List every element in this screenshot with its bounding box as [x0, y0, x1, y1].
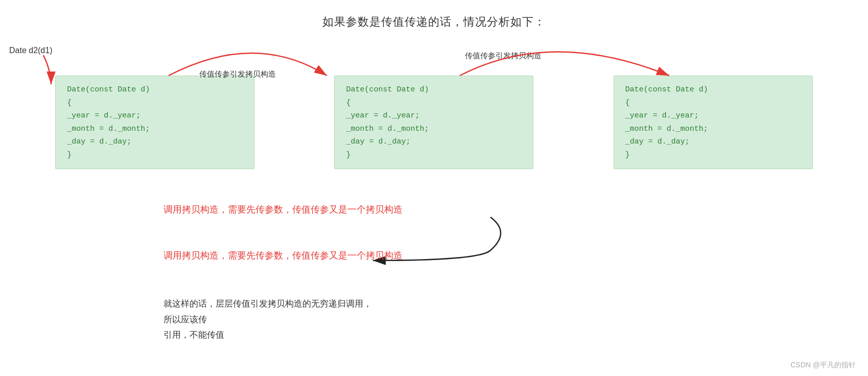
arrow-label-left: 传值传参引发拷贝构造: [199, 69, 276, 79]
conclusion-line1: 就这样的话，层层传值引发拷贝构造的无穷递归调用，所以应该传: [163, 296, 378, 327]
code-line-5b: _day = d._day;: [346, 135, 522, 149]
code-label: Date d2(d1): [9, 46, 53, 55]
code-line-4: _month = d._month;: [67, 123, 243, 136]
conclusion-line2: 引用，不能传值: [163, 327, 378, 343]
code-line-3: _year = d._year;: [67, 109, 243, 123]
recursive-label-bottom: 调用拷贝构造，需要先传参数，传值传参又是一个拷贝构造: [163, 249, 403, 262]
conclusion-text: 就这样的话，层层传值引发拷贝构造的无穷递归调用，所以应该传 引用，不能传值: [163, 296, 378, 343]
code-line-3c: _year = d._year;: [625, 109, 801, 123]
code-box-2: Date(const Date d) { _year = d._year; _m…: [334, 76, 533, 169]
code-line-1: Date(const Date d): [67, 83, 243, 97]
code-line-4b: _month = d._month;: [346, 123, 522, 136]
code-line-2c: {: [625, 97, 801, 110]
page-container: 如果参数是传值传递的话，情况分析如下： Date d2(d1) Date(con…: [0, 0, 868, 376]
code-line-6c: }: [625, 149, 801, 162]
code-line-5: _day = d._day;: [67, 135, 243, 149]
page-title: 如果参数是传值传递的话，情况分析如下：: [0, 0, 868, 30]
code-boxes-row: Date(const Date d) { _year = d._year; _m…: [0, 76, 868, 169]
watermark: CSDN @平凡的指针: [790, 361, 856, 370]
code-line-1c: Date(const Date d): [625, 83, 801, 97]
code-line-5c: _day = d._day;: [625, 135, 801, 149]
recursive-label-top: 调用拷贝构造，需要先传参数，传值传参又是一个拷贝构造: [163, 203, 403, 216]
code-line-2b: {: [346, 97, 522, 110]
code-line-4c: _month = d._month;: [625, 123, 801, 136]
code-line-6: }: [67, 149, 243, 162]
code-line-3b: _year = d._year;: [346, 109, 522, 123]
code-box-3: Date(const Date d) { _year = d._year; _m…: [614, 76, 813, 169]
code-line-6b: }: [346, 149, 522, 162]
arrows-overlay: [0, 0, 868, 376]
arrow-label-right: 传值传参引发拷贝构造: [465, 51, 542, 61]
code-line-2: {: [67, 97, 243, 110]
code-line-1b: Date(const Date d): [346, 83, 522, 97]
code-box-1: Date(const Date d) { _year = d._year; _m…: [55, 76, 254, 169]
